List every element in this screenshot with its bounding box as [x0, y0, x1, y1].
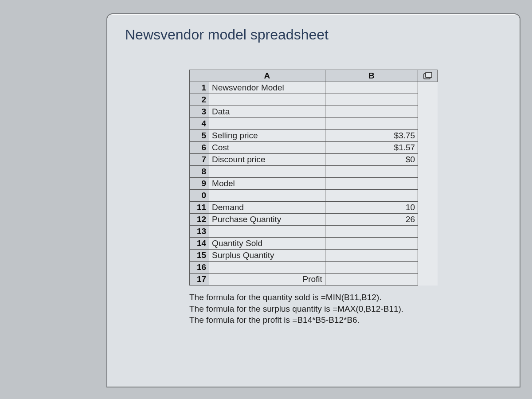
cell-a[interactable]: Profit: [209, 274, 325, 286]
table-row: 2: [190, 94, 438, 106]
svg-rect-1: [426, 72, 432, 78]
row-number: 16: [190, 262, 209, 274]
cell-b[interactable]: [325, 262, 418, 274]
popout-button[interactable]: [418, 70, 438, 82]
table-row: 1Newsvendor Model: [190, 82, 438, 94]
cell-b[interactable]: [325, 118, 418, 130]
cell-b[interactable]: [325, 190, 418, 202]
cell-a[interactable]: [209, 262, 325, 274]
cell-a[interactable]: [209, 166, 325, 178]
col-header-a: A: [209, 70, 325, 82]
row-number: 14: [190, 238, 209, 250]
spreadsheet: A B 1Newsvendor Model23Data45Selling pri…: [189, 70, 438, 286]
corner-cell: [190, 70, 209, 82]
cell-a[interactable]: Surplus Quantity: [209, 250, 325, 262]
cell-b[interactable]: [325, 94, 418, 106]
popout-icon: [423, 71, 432, 80]
cell-a[interactable]: Selling price: [209, 130, 325, 142]
table-row: 16: [190, 262, 438, 274]
cell-a[interactable]: Cost: [209, 142, 325, 154]
cell-b[interactable]: [325, 82, 418, 94]
cell-a[interactable]: Purchase Quantity: [209, 214, 325, 226]
row-number: 6: [190, 142, 209, 154]
spreadsheet-container: A B 1Newsvendor Model23Data45Selling pri…: [189, 70, 438, 326]
formula-notes: The formula for the quantity sold is =MI…: [189, 292, 438, 326]
table-row: 5Selling price$3.75: [190, 130, 438, 142]
table-row: 17Profit: [190, 274, 438, 286]
row-number: 13: [190, 226, 209, 238]
row-number: 1: [190, 82, 209, 94]
cell-b[interactable]: [325, 106, 418, 118]
cell-b[interactable]: 26: [325, 214, 418, 226]
cell-b[interactable]: [325, 226, 418, 238]
row-number: 0: [190, 190, 209, 202]
cell-a[interactable]: Model: [209, 178, 325, 190]
cell-b[interactable]: [325, 166, 418, 178]
formula-line: The formula for the quantity sold is =MI…: [189, 292, 438, 303]
cell-a[interactable]: Quantity Sold: [209, 238, 325, 250]
page-title: Newsvendor model spreadsheet: [125, 27, 502, 43]
row-number: 15: [190, 250, 209, 262]
cell-b[interactable]: $3.75: [325, 130, 418, 142]
cell-a[interactable]: Demand: [209, 202, 325, 214]
cell-a[interactable]: [209, 94, 325, 106]
cell-a[interactable]: [209, 190, 325, 202]
cell-a[interactable]: [209, 118, 325, 130]
table-row: 11Demand10: [190, 202, 438, 214]
cell-b[interactable]: [325, 274, 418, 286]
cell-b[interactable]: [325, 178, 418, 190]
row-number: 2: [190, 94, 209, 106]
table-row: 13: [190, 226, 438, 238]
cell-b[interactable]: [325, 250, 418, 262]
row-number: 4: [190, 118, 209, 130]
table-row: 3Data: [190, 106, 438, 118]
cell-b[interactable]: $0: [325, 154, 418, 166]
row-number: 5: [190, 130, 209, 142]
cell-a[interactable]: Discount price: [209, 154, 325, 166]
cell-b[interactable]: $1.57: [325, 142, 418, 154]
table-row: 14Quantity Sold: [190, 238, 438, 250]
row-number: 9: [190, 178, 209, 190]
table-row: 9Model: [190, 178, 438, 190]
row-number: 11: [190, 202, 209, 214]
row-number: 3: [190, 106, 209, 118]
cell-a[interactable]: Newsvendor Model: [209, 82, 325, 94]
cell-b[interactable]: 10: [325, 202, 418, 214]
table-row: 0: [190, 190, 438, 202]
card: Newsvendor model spreadsheet A B 1Newsve…: [106, 13, 520, 387]
column-header-row: A B: [190, 70, 438, 82]
table-row: 4: [190, 118, 438, 130]
table-row: 12Purchase Quantity26: [190, 214, 438, 226]
row-number: 8: [190, 166, 209, 178]
table-row: 7Discount price$0: [190, 154, 438, 166]
table-row: 15Surplus Quantity: [190, 250, 438, 262]
table-row: 8: [190, 166, 438, 178]
row-number: 12: [190, 214, 209, 226]
row-number: 7: [190, 154, 209, 166]
row-number: 17: [190, 274, 209, 286]
cell-b[interactable]: [325, 238, 418, 250]
col-header-b: B: [325, 70, 418, 82]
cell-a[interactable]: [209, 226, 325, 238]
cell-a[interactable]: Data: [209, 106, 325, 118]
table-row: 6Cost$1.57: [190, 142, 438, 154]
formula-line: The formula for the profit is =B14*B5-B1…: [189, 314, 438, 326]
formula-line: The formula for the surplus quantity is …: [189, 303, 438, 315]
